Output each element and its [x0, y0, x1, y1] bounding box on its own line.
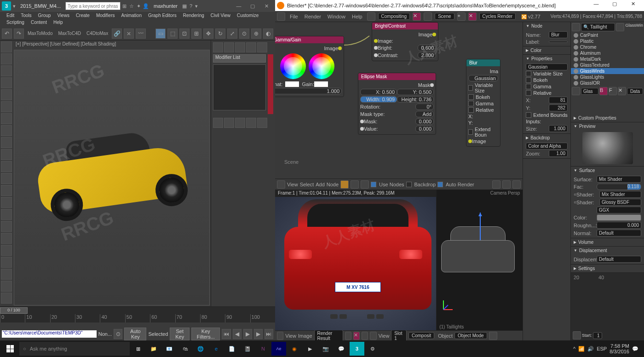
setkey-button[interactable]: Set Key [170, 328, 190, 340]
tray-clock[interactable]: 7:58 PM8/3/2016 [610, 343, 629, 354]
autokey-button[interactable]: Auto Key [124, 328, 146, 340]
select-window-button[interactable]: ⊡ [179, 29, 190, 39]
scale-button[interactable]: ⤢ [227, 29, 237, 39]
max-search-input[interactable] [65, 2, 121, 10]
add-layout-icon[interactable]: ✕ [413, 12, 421, 21]
zoom-field[interactable]: 1.00 [549, 150, 568, 157]
autorender-checkbox[interactable] [437, 182, 443, 187]
settings-header[interactable]: Settings [571, 265, 644, 272]
input-socket-icon[interactable] [468, 139, 472, 143]
time-ruler[interactable]: 0 10 20 30 40 50 60 70 80 90 100 [0, 314, 275, 322]
menu-scripting[interactable]: Scripting [4, 19, 27, 25]
output-socket-icon[interactable] [432, 33, 436, 36]
menu-grapheditors[interactable]: Graph Editors [145, 12, 179, 18]
remove-icon[interactable] [246, 118, 256, 128]
start-field[interactable]: 1 [593, 332, 602, 339]
render-engine-dropdown[interactable]: Cycles Render [479, 13, 516, 20]
tray-up-icon[interactable]: ^ [573, 346, 575, 351]
shader1-dropdown[interactable]: Mix Shader [599, 191, 641, 198]
taskbar-app-icon[interactable]: e [209, 342, 224, 356]
input-socket-icon[interactable] [374, 46, 378, 50]
ltool-icon[interactable] [1, 269, 12, 280]
value-field[interactable]: 0.000 [415, 126, 434, 132]
ltool-icon[interactable] [1, 293, 12, 304]
create-tab-icon[interactable] [213, 42, 223, 52]
checkbox[interactable] [468, 129, 473, 135]
color-wheel[interactable] [309, 53, 334, 79]
node-header[interactable]: Bright/Contrast [372, 23, 438, 29]
menu-rendering[interactable]: Rendering [180, 12, 207, 18]
selected-label[interactable]: Selected [148, 331, 168, 337]
outliner-item[interactable]: CarPaint [571, 32, 644, 38]
editor-type-icon[interactable] [572, 23, 580, 31]
add-scene-icon[interactable]: + [457, 12, 466, 21]
taskbar-app-icon[interactable]: 📁 [146, 342, 161, 356]
modifier-list-dropdown[interactable]: Modifier List [213, 54, 266, 63]
nodetree-type-icon[interactable] [361, 180, 369, 189]
node-header[interactable]: Blur [466, 59, 500, 66]
ltool-icon[interactable] [1, 197, 12, 208]
properties-panel-header[interactable]: Properties [523, 55, 570, 63]
hierarchy-tab-icon[interactable] [235, 42, 245, 52]
minimize-button[interactable]: — [232, 1, 246, 11]
slot-dropdown[interactable]: Slot 1 [391, 330, 407, 342]
menu-create[interactable]: Create [73, 12, 92, 18]
close-button[interactable]: ✕ [259, 1, 273, 11]
backdrop-panel-header[interactable]: Backdrop [523, 134, 570, 142]
layer-dropdown[interactable]: Composit [408, 332, 434, 339]
shade-icon[interactable] [489, 332, 497, 340]
outliner-item[interactable]: Chrome [571, 44, 644, 50]
ltool-icon[interactable] [1, 281, 12, 292]
time-slider-thumb[interactable]: 0 / 100 [0, 307, 28, 314]
undo-button[interactable]: ↶ [2, 29, 12, 39]
maxscript-listener[interactable]: "C:\Users\marce\Documents\TEMP3D" [2, 330, 97, 338]
ltool-icon[interactable] [1, 245, 12, 256]
menu-edit[interactable]: Edit [4, 12, 17, 18]
del-icon[interactable]: ✕ [353, 332, 360, 340]
color-panel-header[interactable]: Color [523, 46, 570, 54]
ltool-icon[interactable] [1, 209, 12, 220]
ltool-icon[interactable] [1, 53, 12, 64]
shader2-dropdown[interactable]: Glossy BSDF [599, 199, 641, 206]
filter-f-icon[interactable]: F [609, 87, 617, 95]
checkbox[interactable] [526, 90, 531, 96]
maxtoc4d-button[interactable]: MaxToC4D [56, 31, 82, 36]
bright-contrast-node[interactable]: Bright/Contrast Image Image: Bright:0.60… [372, 22, 438, 61]
start-button[interactable] [2, 342, 18, 356]
outliner-item[interactable]: Aluminum [571, 50, 644, 56]
link-button[interactable]: 🔗 [112, 29, 122, 39]
max-tb-icon[interactable]: ☆ [129, 3, 134, 9]
ltool-icon[interactable] [1, 173, 12, 184]
copy-icon[interactable] [502, 180, 511, 189]
backdrop-checkbox[interactable] [406, 182, 412, 187]
ltool-icon[interactable] [1, 41, 12, 52]
menu-help[interactable]: Help [51, 19, 66, 25]
max-workspace-icon[interactable]: ▦ [182, 3, 187, 9]
editor-type-icon[interactable] [277, 332, 283, 340]
max-viewport[interactable]: RRCG RRCG RRCG [14, 50, 210, 305]
value-field[interactable]: 0.000 [415, 118, 434, 125]
nodetree-type-icon[interactable] [351, 180, 359, 189]
name-field[interactable]: Blur [549, 31, 568, 38]
nodetree-type-icon[interactable] [340, 180, 349, 189]
checkbox[interactable] [526, 71, 531, 76]
checkbox[interactable] [468, 85, 473, 91]
preview-header[interactable]: Preview [571, 122, 644, 130]
mode-dropdown[interactable]: Object Mode [454, 332, 487, 339]
menu-add[interactable]: Add [316, 182, 325, 187]
size-field[interactable]: 1.000 [549, 125, 568, 132]
filter-field[interactable]: Glas [581, 88, 598, 95]
c4dtomax-button[interactable]: C4DtoMax [85, 31, 110, 36]
editor-type-icon[interactable] [277, 12, 285, 21]
ltool-icon[interactable] [1, 65, 12, 76]
config-icon[interactable] [257, 118, 267, 128]
redo-button[interactable]: ↷ [14, 29, 24, 39]
viewport-label[interactable]: [+] [Perspective] [User Defined] [Defaul… [13, 40, 211, 49]
use-nodes-checkbox[interactable] [371, 182, 376, 187]
checkbox[interactable] [526, 84, 531, 89]
ltool-icon[interactable] [1, 149, 12, 160]
editor-type-icon[interactable] [573, 331, 581, 340]
taskbar-app-icon[interactable]: 💬 [334, 342, 349, 356]
surface-dropdown[interactable]: Mix Shader [597, 176, 641, 183]
color-wheel[interactable] [280, 53, 306, 79]
